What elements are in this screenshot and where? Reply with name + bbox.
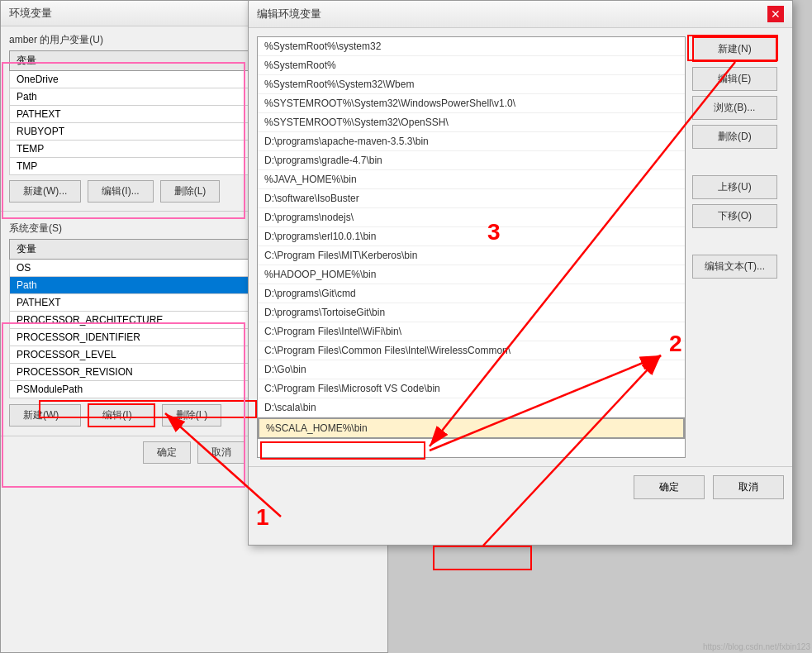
path-list-item[interactable]: D:\software\IsoBuster	[258, 189, 685, 208]
move-down-button[interactable]: 下移(O)	[692, 204, 777, 228]
path-list-item[interactable]: %SystemRoot%\System32\Wbem	[258, 75, 685, 94]
path-list-item[interactable]: D:\programs\gradle-4.7\bin	[258, 151, 685, 170]
path-list-area: %SystemRoot%\system32%SystemRoot%%System…	[249, 28, 792, 466]
path-list-item[interactable]: %HADOOP_HOME%\bin	[258, 265, 685, 284]
edit-btn-highlight-border	[433, 546, 532, 570]
path-list-item[interactable]: %SystemRoot%\system32	[258, 37, 685, 56]
system-new-button[interactable]: 新建(W)...	[9, 404, 81, 427]
var-name: RUBYOPT	[10, 123, 268, 141]
path-list-item[interactable]: %SCALA_HOME%\bin	[258, 417, 685, 439]
user-edit-button[interactable]: 编辑(I)...	[88, 180, 153, 203]
path-list-item[interactable]: C:\Program Files\Microsoft VS Code\bin	[258, 379, 685, 398]
env-ok-button[interactable]: 确定	[143, 441, 191, 464]
path-list-item[interactable]: D:\programs\apache-maven-3.5.3\bin	[258, 132, 685, 151]
path-list-item[interactable]: D:\programs\erl10.0.1\bin	[258, 227, 685, 246]
edit-env-ok-button[interactable]: 确定	[634, 475, 705, 499]
path-list-item[interactable]: C:\Program Files\Intel\WiFi\bin\	[258, 322, 685, 341]
system-delete-button[interactable]: 删除(L)	[162, 404, 222, 427]
user-table-header-name: 变量	[10, 51, 268, 71]
var-name: TMP	[10, 158, 268, 175]
edit-path-button[interactable]: 编辑(E)	[692, 67, 777, 91]
path-list-item[interactable]: %JAVA_HOME%\bin	[258, 170, 685, 189]
env-cancel-button[interactable]: 取消	[197, 441, 245, 464]
path-list-item[interactable]: D:\programs\nodejs\	[258, 208, 685, 227]
path-btn-panel: 新建(N) 编辑(E) 浏览(B)... 删除(D) 上移(U) 下移(O) 编…	[686, 36, 784, 458]
path-list-container[interactable]: %SystemRoot%\system32%SystemRoot%%System…	[257, 36, 686, 458]
delete-path-button[interactable]: 删除(D)	[692, 125, 777, 149]
var-name: TEMP	[10, 141, 268, 158]
path-list-item[interactable]: %SYSTEMROOT%\System32\OpenSSH\	[258, 113, 685, 132]
path-list-item[interactable]: %SystemRoot%	[258, 56, 685, 75]
path-list-item[interactable]: %SYSTEMROOT%\System32\WindowsPowerShell\…	[258, 94, 685, 113]
move-up-button[interactable]: 上移(U)	[692, 175, 777, 199]
path-list-item[interactable]: D:\scala\bin	[258, 398, 685, 417]
system-edit-button[interactable]: 编辑(I)...	[88, 403, 154, 427]
var-name: OneDrive	[10, 71, 268, 88]
edit-env-title-bar: 编辑环境变量 ✕	[249, 1, 792, 28]
env-vars-title-label: 环境变量	[9, 6, 52, 21]
user-new-button[interactable]: 新建(W)...	[9, 180, 81, 203]
edit-env-title-label: 编辑环境变量	[257, 7, 321, 21]
close-button[interactable]: ✕	[767, 6, 784, 22]
var-name: PATHEXT	[10, 106, 268, 123]
path-list-item[interactable]: C:\Program Files\Common Files\Intel\Wire…	[258, 341, 685, 360]
path-list-item[interactable]: D:\programs\TortoiseGit\bin	[258, 303, 685, 322]
edit-env-footer: 确定 取消	[249, 466, 792, 508]
path-list-item[interactable]: D:\Go\bin	[258, 360, 685, 379]
path-list-item[interactable]: C:\Program Files\MIT\Kerberos\bin	[258, 246, 685, 265]
edit-text-button[interactable]: 编辑文本(T)...	[692, 255, 777, 279]
edit-env-cancel-button[interactable]: 取消	[713, 475, 784, 499]
user-delete-button[interactable]: 删除(L)	[160, 180, 221, 203]
path-list-item[interactable]: D:\programs\Git\cmd	[258, 284, 685, 303]
edit-env-var-dialog: 编辑环境变量 ✕ %SystemRoot%\system32%SystemRoo…	[248, 0, 793, 546]
new-path-button[interactable]: 新建(N)	[692, 36, 777, 62]
watermark: https://blog.csdn.net/fxbin123	[703, 642, 810, 651]
var-name: Path	[10, 88, 268, 106]
browse-path-button[interactable]: 浏览(B)...	[692, 96, 777, 120]
